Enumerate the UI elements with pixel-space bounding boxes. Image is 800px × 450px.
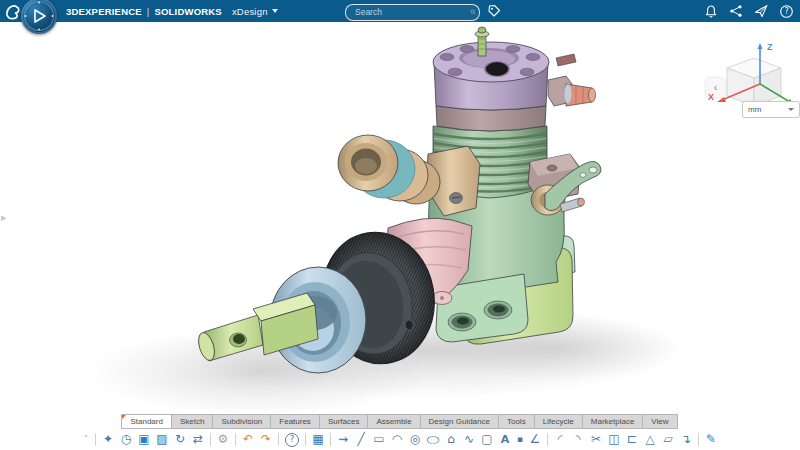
top-bar: 3DEXPERIENCE | SOLIDWORKS xDesign bbox=[0, 0, 800, 22]
left-panel-expander[interactable]: ▸ bbox=[1, 212, 7, 223]
tab-assemble[interactable]: Assemble bbox=[367, 414, 420, 430]
toolbar: ˄✦◷▣▨↻⇄⚙↶↷?▦⇝╱▭◠◎◯⌂∿▢A▪∠◜◝✂◫⊏△▱↴✎ bbox=[0, 429, 800, 450]
tab-tools[interactable]: Tools bbox=[498, 414, 535, 430]
tab-surfaces[interactable]: Surfaces bbox=[319, 414, 369, 430]
3d-box-icon[interactable]: ▱ bbox=[659, 430, 677, 449]
toolbar-collapse-icon[interactable]: ˄ bbox=[80, 430, 92, 449]
fuel-nipple[interactable] bbox=[548, 76, 596, 106]
convert-entities-icon[interactable]: ⇝ bbox=[334, 430, 352, 449]
svg-text:Z[interactable]: Z bbox=[767, 42, 773, 52]
polyline-icon[interactable]: ∠ bbox=[526, 430, 544, 449]
import-export-icon[interactable]: ⇄ bbox=[189, 430, 207, 449]
units-value: mm bbox=[748, 105, 761, 114]
sync-icon[interactable]: ↻ bbox=[171, 430, 189, 449]
toolbar-divider bbox=[95, 433, 96, 446]
brand-title: 3DEXPERIENCE | SOLIDWORKS xDesign bbox=[66, 0, 278, 22]
rectangle-icon[interactable]: ▭ bbox=[370, 430, 388, 449]
3ds-logo bbox=[4, 3, 22, 24]
3dexperience-compass[interactable] bbox=[21, 0, 57, 34]
viewport-3d[interactable]: ▸ ‹ Z X Y mm bbox=[0, 22, 800, 413]
undo-icon[interactable]: ↶ bbox=[239, 430, 257, 449]
bottom-ribbon: StandardSketchSubdivisionFeaturesSurface… bbox=[0, 413, 800, 450]
point-icon[interactable]: ▪ bbox=[514, 430, 526, 449]
arc-icon[interactable]: ◠ bbox=[388, 430, 406, 449]
units-dropdown[interactable]: mm bbox=[742, 101, 800, 118]
save-as-icon[interactable]: ▨ bbox=[153, 430, 171, 449]
tab-sketch[interactable]: Sketch bbox=[171, 414, 213, 430]
chamfer-icon[interactable]: ◝ bbox=[569, 430, 587, 449]
svg-text:?: ? bbox=[784, 7, 788, 16]
toolbar-divider bbox=[210, 433, 211, 446]
tab-design-guidance[interactable]: Design Guidance bbox=[420, 414, 499, 430]
view-cube[interactable]: Z X Y bbox=[702, 38, 798, 134]
tab-features[interactable]: Features bbox=[270, 414, 320, 430]
svg-text:X[interactable]: X bbox=[708, 92, 714, 102]
tag-icon[interactable] bbox=[487, 4, 501, 22]
project-curve-icon[interactable]: ↴ bbox=[677, 430, 695, 449]
redo-icon[interactable]: ↷ bbox=[257, 430, 275, 449]
line-icon[interactable]: ╱ bbox=[352, 430, 370, 449]
settings-gear-icon[interactable]: ⚙ bbox=[214, 430, 232, 449]
toolbar-divider bbox=[235, 433, 236, 446]
text-icon[interactable]: A bbox=[496, 430, 514, 449]
mirror-pattern-icon[interactable]: ◫ bbox=[605, 430, 623, 449]
send-feedback-icon[interactable] bbox=[754, 4, 768, 18]
help-icon[interactable]: ? bbox=[285, 433, 299, 447]
save-icon[interactable]: ▣ bbox=[135, 430, 153, 449]
notifications-bell-icon[interactable] bbox=[704, 4, 718, 19]
edit-sketch-icon[interactable]: ✎ bbox=[702, 430, 720, 449]
circle-icon[interactable]: ◎ bbox=[406, 430, 424, 449]
tab-subdivision[interactable]: Subdivision bbox=[212, 414, 271, 430]
construction-geometry-icon[interactable]: △ bbox=[641, 430, 659, 449]
spline-icon[interactable]: ∿ bbox=[460, 430, 478, 449]
sketch-grid-icon[interactable]: ▦ bbox=[309, 430, 327, 449]
brand-3dexperience: 3DEXPERIENCE bbox=[66, 6, 142, 17]
brand-solidworks: SOLIDWORKS bbox=[154, 6, 221, 17]
help-circle-icon[interactable]: ? bbox=[779, 4, 794, 19]
slot-icon[interactable]: ▢ bbox=[478, 430, 496, 449]
fillet-icon[interactable]: ◜ bbox=[551, 430, 569, 449]
units-caret-icon bbox=[788, 108, 794, 111]
offset-icon[interactable]: ⊏ bbox=[623, 430, 641, 449]
new-3d-shape-icon[interactable]: ✦ bbox=[99, 430, 117, 449]
tab-standard[interactable]: Standard bbox=[121, 414, 171, 430]
ellipse-icon[interactable]: ◯ bbox=[424, 434, 442, 446]
tab-view[interactable]: View bbox=[642, 414, 677, 430]
global-search[interactable] bbox=[345, 4, 480, 21]
toolbar-divider bbox=[305, 433, 306, 446]
search-input[interactable] bbox=[346, 7, 470, 17]
toolbar-divider bbox=[330, 433, 331, 446]
polygon-icon[interactable]: ⌂ bbox=[442, 430, 460, 449]
toolbar-divider bbox=[547, 433, 548, 446]
app-switcher-caret-icon[interactable] bbox=[272, 9, 278, 13]
trim-icon[interactable]: ✂ bbox=[587, 430, 605, 449]
history-icon[interactable]: ◷ bbox=[117, 430, 135, 449]
share-icon[interactable] bbox=[729, 4, 743, 18]
ribbon-tab-bar: StandardSketchSubdivisionFeaturesSurface… bbox=[0, 413, 800, 429]
engine-model[interactable] bbox=[0, 22, 800, 413]
tab-marketplace[interactable]: Marketplace bbox=[582, 414, 644, 430]
search-icon[interactable] bbox=[470, 5, 476, 19]
toolbar-divider bbox=[278, 433, 279, 446]
tab-lifecycle[interactable]: Lifecycle bbox=[534, 414, 583, 430]
app-name[interactable]: xDesign bbox=[232, 6, 268, 17]
toolbar-divider bbox=[698, 433, 699, 446]
